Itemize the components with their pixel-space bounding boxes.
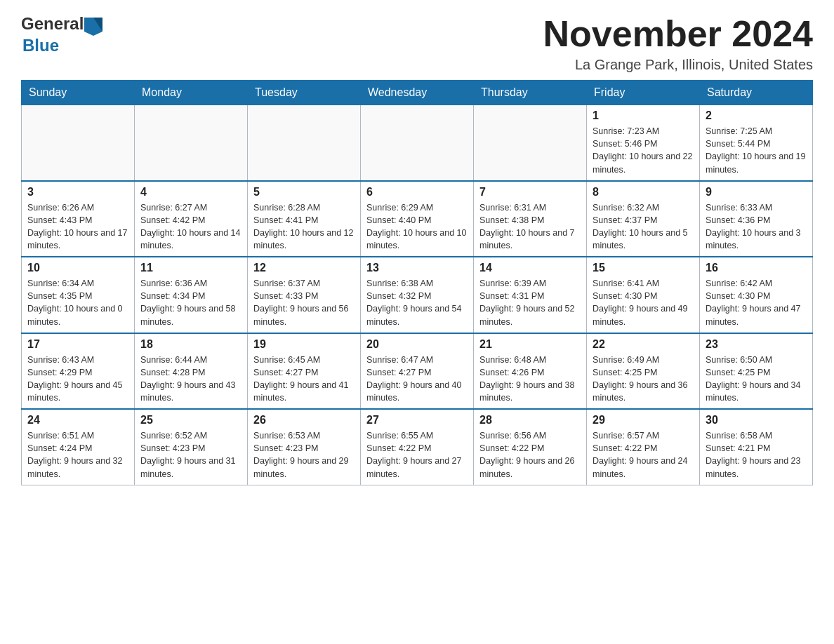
day-info: Sunrise: 6:52 AM Sunset: 4:23 PM Dayligh…: [140, 429, 241, 481]
day-number: 5: [253, 186, 355, 199]
calendar-week-row: 3Sunrise: 6:26 AM Sunset: 4:43 PM Daylig…: [22, 181, 813, 257]
day-info: Sunrise: 6:49 AM Sunset: 4:25 PM Dayligh…: [593, 354, 694, 405]
day-number: 20: [366, 338, 468, 351]
day-info: Sunrise: 6:32 AM Sunset: 4:37 PM Dayligh…: [593, 201, 694, 253]
calendar-cell: 24Sunrise: 6:51 AM Sunset: 4:24 PM Dayli…: [22, 409, 135, 485]
day-info: Sunrise: 6:43 AM Sunset: 4:29 PM Dayligh…: [27, 354, 128, 405]
weekday-header-monday: Monday: [135, 81, 248, 105]
calendar-table: SundayMondayTuesdayWednesdayThursdayFrid…: [21, 80, 813, 485]
day-info: Sunrise: 7:25 AM Sunset: 5:44 PM Dayligh…: [706, 125, 807, 176]
calendar-header-row: SundayMondayTuesdayWednesdayThursdayFrid…: [22, 81, 813, 105]
calendar-cell: 5Sunrise: 6:28 AM Sunset: 4:41 PM Daylig…: [248, 181, 361, 257]
day-number: 9: [706, 186, 807, 199]
day-info: Sunrise: 6:47 AM Sunset: 4:27 PM Dayligh…: [366, 354, 468, 405]
day-number: 22: [593, 338, 694, 351]
calendar-cell: 1Sunrise: 7:23 AM Sunset: 5:46 PM Daylig…: [587, 105, 700, 181]
calendar-cell: [361, 105, 474, 181]
logo-text: General Blue: [21, 14, 103, 55]
weekday-header-tuesday: Tuesday: [248, 81, 361, 105]
day-info: Sunrise: 6:37 AM Sunset: 4:33 PM Dayligh…: [253, 277, 355, 328]
logo-blue: Blue: [22, 36, 59, 55]
day-info: Sunrise: 6:50 AM Sunset: 4:25 PM Dayligh…: [706, 354, 807, 405]
day-number: 1: [593, 109, 694, 122]
calendar-cell: 25Sunrise: 6:52 AM Sunset: 4:23 PM Dayli…: [135, 409, 248, 485]
day-info: Sunrise: 6:28 AM Sunset: 4:41 PM Dayligh…: [253, 201, 355, 253]
calendar-cell: 3Sunrise: 6:26 AM Sunset: 4:43 PM Daylig…: [22, 181, 135, 257]
calendar-cell: 20Sunrise: 6:47 AM Sunset: 4:27 PM Dayli…: [361, 333, 474, 410]
calendar-cell: 26Sunrise: 6:53 AM Sunset: 4:23 PM Dayli…: [248, 409, 361, 485]
day-info: Sunrise: 6:44 AM Sunset: 4:28 PM Dayligh…: [140, 354, 241, 405]
calendar-week-row: 10Sunrise: 6:34 AM Sunset: 4:35 PM Dayli…: [22, 257, 813, 333]
month-title: November 2024: [543, 14, 813, 54]
day-number: 17: [27, 338, 128, 351]
calendar-cell: 8Sunrise: 6:32 AM Sunset: 4:37 PM Daylig…: [587, 181, 700, 257]
day-info: Sunrise: 6:39 AM Sunset: 4:31 PM Dayligh…: [479, 277, 581, 328]
calendar-cell: [135, 105, 248, 181]
day-number: 14: [479, 262, 581, 274]
day-number: 13: [366, 262, 468, 274]
day-info: Sunrise: 6:38 AM Sunset: 4:32 PM Dayligh…: [366, 277, 468, 328]
day-info: Sunrise: 6:34 AM Sunset: 4:35 PM Dayligh…: [27, 277, 128, 328]
day-number: 2: [706, 109, 807, 122]
calendar-cell: 27Sunrise: 6:55 AM Sunset: 4:22 PM Dayli…: [361, 409, 474, 485]
calendar-cell: 14Sunrise: 6:39 AM Sunset: 4:31 PM Dayli…: [474, 257, 587, 333]
day-info: Sunrise: 6:48 AM Sunset: 4:26 PM Dayligh…: [479, 354, 581, 405]
calendar-cell: 6Sunrise: 6:29 AM Sunset: 4:40 PM Daylig…: [361, 181, 474, 257]
day-info: Sunrise: 6:56 AM Sunset: 4:22 PM Dayligh…: [479, 429, 581, 481]
calendar-cell: 18Sunrise: 6:44 AM Sunset: 4:28 PM Dayli…: [135, 333, 248, 410]
calendar-cell: 28Sunrise: 6:56 AM Sunset: 4:22 PM Dayli…: [474, 409, 587, 485]
calendar-cell: 15Sunrise: 6:41 AM Sunset: 4:30 PM Dayli…: [587, 257, 700, 333]
day-number: 15: [593, 262, 694, 274]
day-info: Sunrise: 6:31 AM Sunset: 4:38 PM Dayligh…: [479, 201, 581, 253]
day-info: Sunrise: 6:55 AM Sunset: 4:22 PM Dayligh…: [366, 429, 468, 481]
calendar-cell: 16Sunrise: 6:42 AM Sunset: 4:30 PM Dayli…: [700, 257, 813, 333]
calendar-cell: 30Sunrise: 6:58 AM Sunset: 4:21 PM Dayli…: [700, 409, 813, 485]
weekday-header-sunday: Sunday: [22, 81, 135, 105]
weekday-header-saturday: Saturday: [700, 81, 813, 105]
calendar-week-row: 1Sunrise: 7:23 AM Sunset: 5:46 PM Daylig…: [22, 105, 813, 181]
day-number: 25: [140, 414, 241, 427]
day-number: 16: [706, 262, 807, 274]
calendar-cell: 19Sunrise: 6:45 AM Sunset: 4:27 PM Dayli…: [248, 333, 361, 410]
day-info: Sunrise: 6:33 AM Sunset: 4:36 PM Dayligh…: [706, 201, 807, 253]
day-number: 28: [479, 414, 581, 427]
day-number: 10: [27, 262, 128, 274]
day-number: 8: [593, 186, 694, 199]
day-info: Sunrise: 6:45 AM Sunset: 4:27 PM Dayligh…: [253, 354, 355, 405]
day-info: Sunrise: 6:51 AM Sunset: 4:24 PM Dayligh…: [27, 429, 128, 481]
day-info: Sunrise: 6:26 AM Sunset: 4:43 PM Dayligh…: [27, 201, 128, 253]
day-number: 11: [140, 262, 241, 274]
day-info: Sunrise: 6:53 AM Sunset: 4:23 PM Dayligh…: [253, 429, 355, 481]
calendar-cell: [248, 105, 361, 181]
logo: General Blue: [21, 14, 103, 55]
location-subtitle: La Grange Park, Illinois, United States: [543, 57, 813, 73]
calendar-cell: 10Sunrise: 6:34 AM Sunset: 4:35 PM Dayli…: [22, 257, 135, 333]
calendar-cell: 23Sunrise: 6:50 AM Sunset: 4:25 PM Dayli…: [700, 333, 813, 410]
weekday-header-wednesday: Wednesday: [361, 81, 474, 105]
calendar-cell: 7Sunrise: 6:31 AM Sunset: 4:38 PM Daylig…: [474, 181, 587, 257]
title-block: November 2024 La Grange Park, Illinois, …: [543, 14, 813, 73]
day-info: Sunrise: 6:27 AM Sunset: 4:42 PM Dayligh…: [140, 201, 241, 253]
calendar-cell: 2Sunrise: 7:25 AM Sunset: 5:44 PM Daylig…: [700, 105, 813, 181]
calendar-cell: 17Sunrise: 6:43 AM Sunset: 4:29 PM Dayli…: [22, 333, 135, 410]
calendar-cell: 13Sunrise: 6:38 AM Sunset: 4:32 PM Dayli…: [361, 257, 474, 333]
calendar-week-row: 17Sunrise: 6:43 AM Sunset: 4:29 PM Dayli…: [22, 333, 813, 410]
calendar-cell: [474, 105, 587, 181]
day-info: Sunrise: 6:29 AM Sunset: 4:40 PM Dayligh…: [366, 201, 468, 253]
calendar-cell: [22, 105, 135, 181]
calendar-cell: 11Sunrise: 6:36 AM Sunset: 4:34 PM Dayli…: [135, 257, 248, 333]
day-number: 7: [479, 186, 581, 199]
day-info: Sunrise: 6:42 AM Sunset: 4:30 PM Dayligh…: [706, 277, 807, 328]
day-number: 18: [140, 338, 241, 351]
day-number: 4: [140, 186, 241, 199]
day-number: 29: [593, 414, 694, 427]
calendar-cell: 22Sunrise: 6:49 AM Sunset: 4:25 PM Dayli…: [587, 333, 700, 410]
weekday-header-friday: Friday: [587, 81, 700, 105]
weekday-header-thursday: Thursday: [474, 81, 587, 105]
calendar-cell: 12Sunrise: 6:37 AM Sunset: 4:33 PM Dayli…: [248, 257, 361, 333]
day-number: 26: [253, 414, 355, 427]
day-number: 6: [366, 186, 468, 199]
day-info: Sunrise: 7:23 AM Sunset: 5:46 PM Dayligh…: [593, 125, 694, 176]
logo-general: General: [21, 14, 84, 33]
calendar-cell: 21Sunrise: 6:48 AM Sunset: 4:26 PM Dayli…: [474, 333, 587, 410]
